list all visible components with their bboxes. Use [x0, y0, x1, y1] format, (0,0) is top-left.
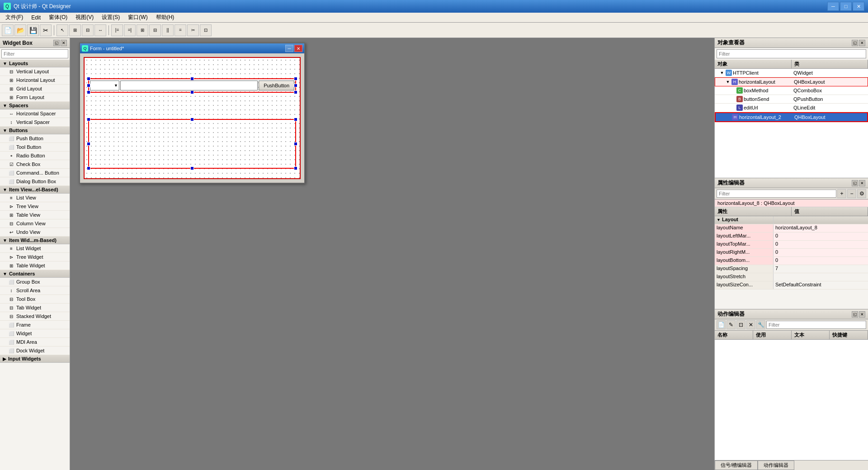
- tree-row-boxmethod[interactable]: C boxMethod QComboBox: [715, 86, 868, 95]
- menu-edit[interactable]: Edit: [28, 14, 44, 22]
- widget-scroll-area[interactable]: ↕ Scroll Area: [0, 286, 70, 295]
- toolbar-glayout[interactable]: ⊞: [137, 24, 148, 36]
- category-buttons[interactable]: ▼ Buttons: [0, 127, 70, 134]
- toolbar-hlayout[interactable]: |=: [111, 24, 123, 36]
- widget-list-widget[interactable]: ≡ List Widget: [0, 244, 70, 253]
- toolbar-flayout[interactable]: ⊟: [149, 24, 161, 36]
- widget-radio-button[interactable]: ⚬ Radio Button: [0, 152, 70, 160]
- push-button-widget[interactable]: PushButton: [259, 81, 294, 90]
- tree-row-httpclient[interactable]: ▼ W HTTPClient QWidget: [715, 69, 868, 77]
- category-item-widgets[interactable]: ▼ Item Wid...m-Based): [0, 237, 70, 244]
- widget-vertical-layout[interactable]: ⊟ Vertical Layout: [0, 67, 70, 76]
- category-spacers[interactable]: ▼ Spacers: [0, 102, 70, 109]
- prop-row-sizecon[interactable]: layoutSizeCon... SetDefaultConstraint: [715, 281, 868, 290]
- status-tab-actions[interactable]: 动作编辑器: [758, 461, 794, 470]
- widget-box-close[interactable]: ✕: [61, 40, 67, 46]
- widget-horizontal-layout[interactable]: ⊞ Horizontal Layout: [0, 76, 70, 85]
- property-filter-input[interactable]: [717, 190, 836, 198]
- action-associate-btn[interactable]: 🔧: [756, 320, 765, 329]
- action-edit-btn[interactable]: ✎: [726, 320, 736, 329]
- form-close-btn[interactable]: ✕: [294, 45, 302, 52]
- menu-help[interactable]: 帮助(H): [152, 13, 178, 22]
- widget-group-box[interactable]: ⬜ Group Box: [0, 278, 70, 286]
- form-min-btn[interactable]: ─: [285, 45, 293, 52]
- widget-tab-widget[interactable]: ⊟ Tab Widget: [0, 304, 70, 312]
- toolbar-adjust[interactable]: ⊡: [200, 24, 212, 36]
- action-filter-input[interactable]: [766, 321, 866, 329]
- prop-row-topmar[interactable]: layoutTopMar... 0: [715, 241, 868, 249]
- widget-column-view[interactable]: ⊟ Column View: [0, 219, 70, 228]
- tree-row-hlayout[interactable]: ▼ H horizontalLayout QHBoxLayout: [715, 77, 868, 86]
- category-layouts[interactable]: ▼ Layouts: [0, 60, 70, 67]
- widget-table-view[interactable]: ⊞ Table View: [0, 211, 70, 219]
- prop-row-leftmar[interactable]: layoutLeftMar... 0: [715, 233, 868, 241]
- menu-settings[interactable]: 设置(S): [98, 13, 123, 22]
- toolbar-widget[interactable]: ⊞: [69, 24, 81, 36]
- widget-widget[interactable]: ⬜ Widget: [0, 329, 70, 338]
- property-editor-float[interactable]: ◱: [852, 180, 858, 186]
- widget-grid-layout[interactable]: ⊞ Grid Layout: [0, 85, 70, 93]
- widget-dialog-button-box[interactable]: ⬜ Dialog Button Box: [0, 177, 70, 186]
- toolbar-vlayout[interactable]: =|: [124, 24, 136, 36]
- toolbar-tab[interactable]: ⊟: [82, 24, 94, 36]
- tree-row-hlayout2[interactable]: H horizontalLayout_2 QHBoxLayout: [715, 112, 868, 122]
- menu-window[interactable]: 窗口(W): [124, 13, 151, 22]
- widget-undo-view[interactable]: ↩ Undo View: [0, 228, 70, 237]
- widget-check-box[interactable]: ☑ Check Box: [0, 160, 70, 169]
- object-inspector-float[interactable]: ◱: [852, 40, 858, 46]
- widget-form-layout[interactable]: ⊞ Form Layout: [0, 93, 70, 102]
- toolbar-buddies[interactable]: ↔: [94, 24, 106, 36]
- category-item-views[interactable]: ▼ Item View...el-Based): [0, 186, 70, 194]
- widget-frame[interactable]: ⬜ Frame: [0, 321, 70, 329]
- prop-row-bottommar[interactable]: layoutBottom... 0: [715, 257, 868, 265]
- action-new-btn[interactable]: 📄: [717, 320, 726, 329]
- property-editor-close[interactable]: ✕: [859, 180, 865, 186]
- toolbar-splitter-v[interactable]: =: [175, 24, 186, 36]
- widget-table-widget[interactable]: ⊞ Table Widget: [0, 261, 70, 270]
- prop-config-btn[interactable]: ⚙: [857, 189, 866, 198]
- category-containers[interactable]: ▼ Containers: [0, 270, 70, 278]
- widget-h-spacer[interactable]: ↔ Horizontal Spacer: [0, 109, 70, 118]
- status-tab-signals[interactable]: 信号/槽编辑器: [715, 461, 758, 470]
- menu-form[interactable]: 窗体(O): [45, 13, 71, 22]
- widget-push-button[interactable]: ⬜ Push Button: [0, 134, 70, 143]
- toolbar-undo2[interactable]: ✂: [40, 24, 52, 36]
- widget-v-spacer[interactable]: ↕ Vertical Spacer: [0, 118, 70, 127]
- object-inspector-filter[interactable]: [717, 49, 866, 58]
- toolbar-new[interactable]: 📄: [2, 24, 14, 36]
- menu-file[interactable]: 文件(F): [2, 13, 27, 22]
- prop-row-rightmar[interactable]: layoutRightM... 0: [715, 249, 868, 257]
- action-copy-btn[interactable]: ⊡: [736, 320, 745, 329]
- expand-hlayout[interactable]: ▼: [725, 79, 731, 85]
- widget-command-button[interactable]: ⬜ Command... Button: [0, 169, 70, 177]
- action-editor-close[interactable]: ✕: [859, 311, 865, 318]
- widget-mdi-area[interactable]: ⬜ MDI Area: [0, 338, 70, 347]
- widget-stacked-widget[interactable]: ⊟ Stacked Widget: [0, 312, 70, 321]
- widget-tool-box[interactable]: ⊟ Tool Box: [0, 295, 70, 304]
- prop-row-layoutname[interactable]: layoutName horizontalLayout_8: [715, 224, 868, 233]
- line-edit-widget[interactable]: [120, 81, 258, 90]
- prop-add-btn[interactable]: +: [837, 189, 846, 198]
- widget-tool-button[interactable]: ⬜ Tool Button: [0, 143, 70, 152]
- widget-filter-input[interactable]: [1, 49, 68, 58]
- prop-remove-btn[interactable]: −: [847, 189, 856, 198]
- expand-httpclient[interactable]: ▼: [719, 70, 725, 76]
- widget-dock-widget[interactable]: ⬜ Dock Widget: [0, 347, 70, 355]
- widget-tree-view[interactable]: ⊳ Tree View: [0, 202, 70, 211]
- prop-row-spacing[interactable]: layoutSpacing 7: [715, 265, 868, 273]
- close-button[interactable]: ✕: [853, 2, 864, 11]
- object-inspector-close[interactable]: ✕: [859, 40, 865, 46]
- toolbar-save[interactable]: 💾: [27, 24, 39, 36]
- toolbar-pointer[interactable]: ↖: [57, 24, 68, 36]
- toolbar-splitter-h[interactable]: ||: [162, 24, 174, 36]
- combo-box-widget[interactable]: ▼: [90, 81, 119, 90]
- widget-tree-widget[interactable]: ⊳ Tree Widget: [0, 253, 70, 261]
- widget-list-view[interactable]: ≡ List View: [0, 194, 70, 202]
- category-input-widgets[interactable]: ▶ Input Widgets: [0, 355, 70, 363]
- minimize-button[interactable]: ─: [827, 2, 839, 11]
- prop-row-stretch[interactable]: layoutStretch: [715, 273, 868, 281]
- tree-row-buttonsend[interactable]: B buttonSend QPushButton: [715, 95, 868, 104]
- widget-box-float[interactable]: ◱: [53, 40, 60, 46]
- maximize-button[interactable]: □: [840, 2, 852, 11]
- tree-row-editurl[interactable]: L editUrl QLineEdit: [715, 104, 868, 112]
